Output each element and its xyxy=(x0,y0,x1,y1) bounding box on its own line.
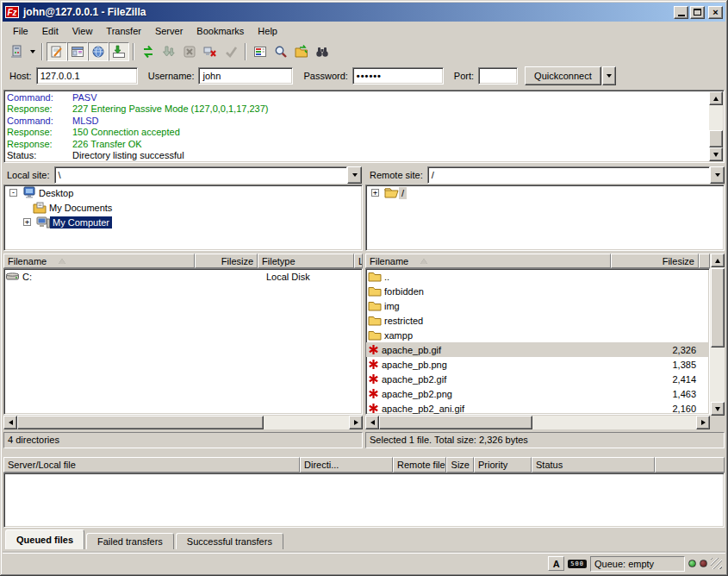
menu-server[interactable]: Server xyxy=(148,23,190,39)
column-header-filetype[interactable]: Filetype xyxy=(258,254,354,268)
drive-icon xyxy=(6,272,20,282)
file-row[interactable]: apache_pb2_ani.gif 2,160 xyxy=(366,401,709,415)
sort-ascending-icon xyxy=(59,259,65,264)
column-header-remote-file[interactable]: Remote file xyxy=(393,457,446,473)
column-header-filename[interactable]: Filename xyxy=(3,254,195,268)
site-manager-button[interactable] xyxy=(6,42,27,61)
column-header-filesize[interactable]: Filesize xyxy=(611,254,699,268)
host-input[interactable]: 127.0.0.1 xyxy=(36,67,138,85)
local-scroll-right-button[interactable] xyxy=(349,416,363,429)
column-header-priority[interactable]: Priority xyxy=(474,457,532,473)
column-header-last-modified[interactable]: L xyxy=(354,254,363,268)
file-row[interactable]: .. xyxy=(366,269,709,284)
maximize-button[interactable] xyxy=(690,6,705,19)
synchronized-browsing-button[interactable] xyxy=(291,42,312,61)
process-queue-icon xyxy=(162,45,176,59)
password-input[interactable]: •••••• xyxy=(352,67,444,85)
image-file-icon xyxy=(368,388,379,399)
transfer-type-indicator-icon[interactable]: A xyxy=(548,556,564,571)
username-input[interactable]: john xyxy=(198,67,293,85)
toggle-transfer-queue-button[interactable] xyxy=(109,42,129,61)
column-header-status[interactable]: Status xyxy=(532,457,655,473)
tree-item-root[interactable]: + / xyxy=(366,185,724,200)
menu-file[interactable]: File xyxy=(6,23,35,39)
tree-item-my-documents[interactable]: My Documents xyxy=(4,200,362,215)
remote-scroll-up-button[interactable] xyxy=(711,254,725,267)
search-button[interactable] xyxy=(271,42,291,61)
file-row[interactable]: xampp xyxy=(366,328,709,342)
file-row[interactable]: restricted xyxy=(366,313,709,328)
local-site-label: Local site: xyxy=(7,170,50,180)
local-site-dropdown[interactable] xyxy=(347,166,362,184)
queue-list[interactable] xyxy=(3,473,725,528)
tab-failed-transfers[interactable]: Failed transfers xyxy=(86,533,174,549)
remote-site-input[interactable]: / xyxy=(427,166,710,184)
file-row[interactable]: forbidden xyxy=(366,284,709,298)
local-hscrollbar-thumb[interactable] xyxy=(17,416,264,429)
compare-directories-button[interactable] xyxy=(312,42,333,61)
expand-expander[interactable]: + xyxy=(371,189,379,197)
remote-hscrollbar-thumb[interactable] xyxy=(379,416,532,429)
column-header-size[interactable]: Size xyxy=(446,457,474,473)
tab-queued-files[interactable]: Queued files xyxy=(5,529,84,549)
remote-scroll-left-button[interactable] xyxy=(365,416,379,429)
log-scroll-up-button[interactable] xyxy=(709,91,723,105)
minimize-button[interactable] xyxy=(674,6,688,19)
tree-item-my-computer[interactable]: + My Computer xyxy=(4,215,362,229)
file-row[interactable]: apache_pb2.png 1,463 xyxy=(366,386,709,401)
menu-view[interactable]: View xyxy=(65,23,100,39)
close-button[interactable]: × xyxy=(708,6,723,19)
collapse-expander[interactable]: - xyxy=(9,189,17,197)
expand-expander[interactable]: + xyxy=(23,218,31,226)
column-header-direction[interactable]: Directi... xyxy=(300,457,393,473)
desktop-icon xyxy=(22,186,36,199)
process-queue-button[interactable] xyxy=(159,42,179,61)
log-scroll-down-button[interactable] xyxy=(709,147,723,161)
quickconnect-dropdown[interactable] xyxy=(602,66,616,85)
column-header-server-local-file[interactable]: Server/Local file xyxy=(3,457,300,473)
menu-bookmarks[interactable]: Bookmarks xyxy=(190,23,251,39)
cancel-operation-button[interactable] xyxy=(179,42,200,61)
menu-edit[interactable]: Edit xyxy=(35,23,65,39)
file-row[interactable]: apache_pb2.gif 2,414 xyxy=(366,372,709,386)
remote-scroll-right-button[interactable] xyxy=(696,416,710,429)
synchronized-browsing-icon xyxy=(295,45,308,59)
filezilla-logo-icon[interactable]: Fz xyxy=(5,6,19,18)
port-input[interactable] xyxy=(478,67,518,85)
tree-item-desktop[interactable]: - Desktop xyxy=(4,185,362,200)
speed-limit-icon[interactable]: 500 xyxy=(568,560,587,568)
remote-scroll-down-button[interactable] xyxy=(711,402,725,416)
file-row-selected[interactable]: apache_pb.gif 2,326 xyxy=(366,342,709,357)
file-row[interactable]: C: Local Disk xyxy=(4,269,362,284)
column-header-filename[interactable]: Filename xyxy=(365,254,611,268)
reconnect-button[interactable] xyxy=(221,42,241,61)
filter-button[interactable] xyxy=(250,42,271,61)
toggle-remote-tree-button[interactable] xyxy=(88,42,109,61)
username-label: Username: xyxy=(148,71,195,81)
toggle-local-tree-button[interactable] xyxy=(67,42,88,61)
tab-successful-transfers[interactable]: Successful transfers xyxy=(176,533,283,549)
toggle-message-log-button[interactable] xyxy=(47,42,67,61)
folder-icon xyxy=(368,330,382,341)
remote-tree: + / xyxy=(365,185,725,251)
disconnect-button[interactable] xyxy=(200,42,221,61)
folder-icon xyxy=(368,301,382,311)
refresh-button[interactable] xyxy=(138,42,159,61)
remote-scrollbar-thumb[interactable] xyxy=(711,268,725,347)
file-row[interactable]: img xyxy=(366,298,709,313)
menu-transfer[interactable]: Transfer xyxy=(99,23,148,39)
file-row[interactable]: apache_pb.png 1,385 xyxy=(366,357,709,372)
local-site-input[interactable]: \ xyxy=(54,166,347,184)
menu-help[interactable]: Help xyxy=(251,23,284,39)
quickconnect-button[interactable]: Quickconnect xyxy=(525,66,601,85)
local-scroll-left-button[interactable] xyxy=(3,416,17,429)
site-manager-dropdown[interactable] xyxy=(27,42,38,61)
resize-grip[interactable] xyxy=(711,558,722,569)
column-header-filesize[interactable]: Filesize xyxy=(195,254,258,268)
log-scrollbar-thumb[interactable] xyxy=(709,130,723,147)
remote-site-label: Remote site: xyxy=(370,170,423,180)
remote-site-dropdown[interactable] xyxy=(710,166,725,184)
folder-icon xyxy=(368,272,382,282)
image-file-icon xyxy=(368,359,379,370)
window-title: john@127.0.0.1 - FileZilla xyxy=(23,6,674,18)
